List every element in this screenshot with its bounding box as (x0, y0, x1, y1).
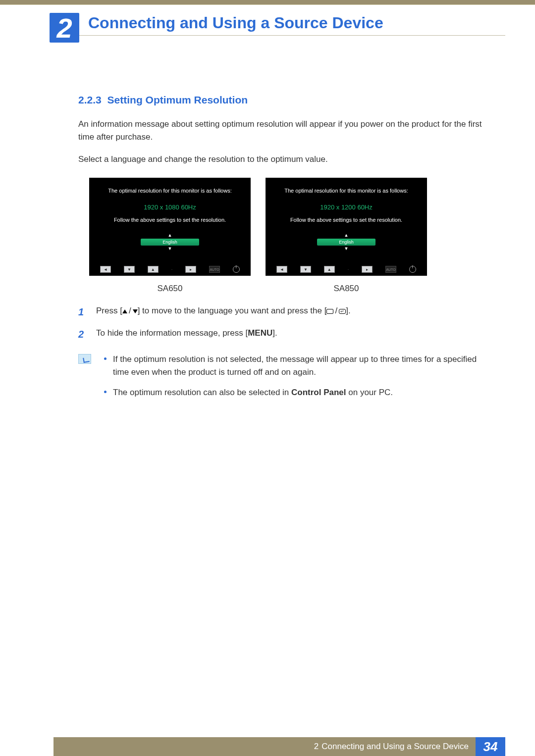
numbered-steps: 1 Press [/] to move to the language you … (78, 304, 487, 342)
osd-panels-row: The optimal resolution for this monitor … (78, 178, 487, 294)
chapter-header: 2 Connecting and Using a Source Device (54, 14, 505, 36)
note2-pre: The optimum resolution can also be selec… (113, 388, 291, 397)
section-number: 2.2.3 (78, 94, 102, 105)
osd-language-value: English (317, 239, 375, 246)
osd-panel-sa650: The optimal resolution for this monitor … (89, 178, 251, 276)
step2-pre: To hide the information message, press [ (96, 328, 248, 338)
top-stripe (0, 0, 535, 5)
footer-bar: 2 Connecting and Using a Source Device (54, 737, 476, 756)
step-1: 1 Press [/] to move to the language you … (78, 304, 487, 320)
step-number: 1 (78, 304, 87, 320)
triangle-down-icon (133, 309, 138, 313)
step-text: Press [/] to move to the language you wa… (96, 304, 351, 320)
step2-post: ]. (272, 328, 277, 338)
up-down-icons: / (122, 304, 138, 317)
page-footer: 2 Connecting and Using a Source Device 3… (0, 737, 535, 756)
chevron-up-icon: ▲ (141, 233, 199, 238)
power-icon (409, 266, 416, 273)
page-number: 34 (476, 737, 505, 756)
step-number: 2 (78, 327, 87, 342)
step-2: 2 To hide the information message, press… (78, 327, 487, 342)
osd-down-button: ▼ (124, 266, 135, 273)
section-heading: 2.2.3 Setting Optimum Resolution (78, 94, 487, 106)
osd-language-selector: ▲ English ▼ (141, 233, 199, 251)
chapter-number-badge: 2 (50, 13, 79, 43)
panel-label-sa650: SA650 (89, 284, 251, 294)
source-enter-icons: / (326, 304, 346, 317)
step1-post: ]. (346, 306, 350, 315)
note2-post: on your PC. (346, 388, 393, 397)
osd-language-selector: ▲ English ▼ (317, 233, 375, 251)
osd-enter-button: ▸ (185, 266, 196, 273)
intro-paragraph-2: Select a language and change the resolut… (78, 153, 487, 166)
osd-follow: Follow the above settings to set the res… (93, 217, 247, 223)
osd-follow: Follow the above settings to set the res… (269, 217, 423, 223)
chevron-up-icon: ▲ (317, 233, 375, 238)
step-text: To hide the information message, press [… (96, 327, 277, 342)
chevron-down-icon: ▼ (317, 247, 375, 251)
osd-left-button: ◄ (276, 266, 287, 273)
note2-bold: Control Panel (291, 388, 346, 397)
osd-language-value: English (141, 239, 199, 246)
step2-menu: MENU (248, 328, 272, 338)
note-icon (78, 354, 91, 364)
osd-auto-button: AUTO (385, 266, 396, 273)
osd-auto-button: AUTO (209, 266, 220, 273)
page-content: 2.2.3 Setting Optimum Resolution An info… (78, 94, 487, 406)
osd-up-button: ▲ (324, 266, 335, 273)
osd-enter-button: ▸ (362, 266, 373, 273)
osd-up-button: ▲ (148, 266, 159, 273)
osd-intro: The optimal resolution for this monitor … (269, 187, 423, 196)
note-block: If the optimum resolution is not selecte… (78, 353, 487, 406)
note-item: The optimum resolution can also be selec… (102, 386, 487, 399)
osd-panel-sa850: The optimal resolution for this monitor … (266, 178, 427, 276)
osd-dot: · (348, 267, 349, 272)
footer-chapter-title: Connecting and Using a Source Device (321, 742, 469, 752)
enter-icon (339, 309, 346, 314)
note-item: If the optimum resolution is not selecte… (102, 353, 487, 379)
osd-panel-sa850-wrap: The optimal resolution for this monitor … (266, 178, 427, 294)
osd-resolution: 1920 x 1080 60Hz (93, 203, 247, 211)
step1-mid: ] to move to the language you want and p… (138, 306, 327, 315)
section-title: Setting Optimum Resolution (107, 94, 248, 105)
osd-dot: · (171, 267, 173, 272)
chapter-title: Connecting and Using a Source Device (88, 14, 383, 32)
footer-chapter-number: 2 (314, 742, 319, 752)
triangle-up-icon (122, 309, 127, 313)
osd-resolution: 1920 x 1200 60Hz (269, 203, 423, 211)
intro-paragraph-1: An information message about setting opt… (78, 118, 487, 144)
osd-panel-sa650-wrap: The optimal resolution for this monitor … (89, 178, 251, 294)
panel-label-sa850: SA850 (266, 284, 427, 294)
source-icon (326, 309, 333, 314)
chevron-down-icon: ▼ (141, 247, 199, 251)
step1-pre: Press [ (96, 306, 122, 315)
osd-button-row: ◄ ▼ ▲ · ▸ AUTO (89, 266, 251, 273)
osd-intro: The optimal resolution for this monitor … (93, 187, 247, 196)
power-icon (233, 266, 240, 273)
osd-down-button: ▼ (300, 266, 311, 273)
osd-button-row: ◄ ▼ ▲ · ▸ AUTO (266, 266, 427, 273)
note-list: If the optimum resolution is not selecte… (102, 353, 487, 406)
osd-left-button: ◄ (100, 266, 111, 273)
